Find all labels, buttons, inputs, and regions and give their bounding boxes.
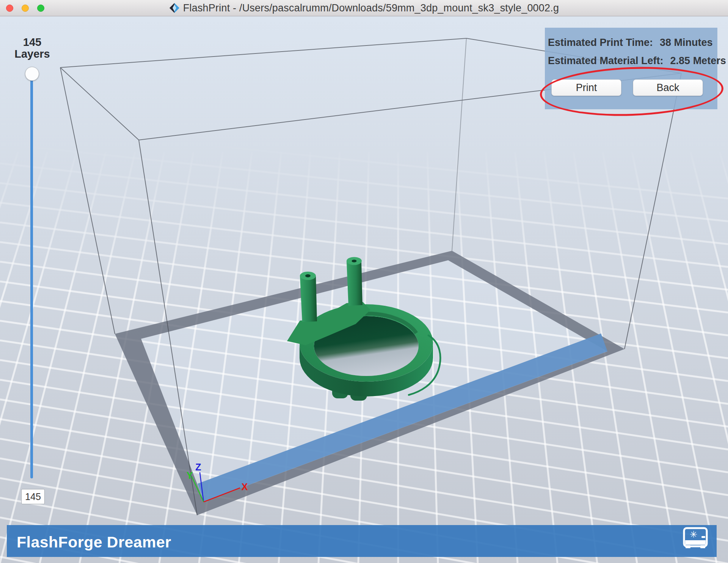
minimize-button[interactable] (22, 5, 29, 12)
model-post-right (347, 257, 362, 306)
window-controls (6, 5, 44, 12)
layer-count-label: 145 Layers (8, 36, 57, 60)
print-button[interactable]: Print (551, 79, 621, 96)
back-button[interactable]: Back (633, 79, 703, 96)
axis-x-label: X (242, 481, 248, 492)
axis-y-label: Y (187, 470, 193, 481)
model-post-left (300, 272, 317, 322)
flashprint-window: Z Y X ✳ FlashPrint - /Users/ (0, 0, 728, 563)
title-bar: FlashPrint - /Users/pascalrumm/Downloads… (0, 0, 728, 16)
layer-slider-handle[interactable] (25, 67, 39, 81)
zoom-button[interactable] (37, 5, 44, 12)
svg-text:✳: ✳ (690, 529, 697, 540)
layer-slider-track[interactable] (30, 73, 33, 478)
close-button[interactable] (6, 5, 13, 12)
print-time-value: 38 Minutes (660, 37, 713, 49)
print-time-label: Estimated Print Time: (548, 37, 653, 49)
axis-z-label: Z (195, 462, 201, 472)
flashprint-logo-icon (169, 3, 180, 13)
layer-value-box: 145 (21, 489, 45, 504)
layer-count-unit: Layers (8, 48, 57, 60)
material-left-label: Estimated Material Left: (548, 55, 664, 67)
printer-name-label: FlashForge Dreamer (17, 533, 171, 551)
window-title: FlashPrint - /Users/pascalrumm/Downloads… (183, 2, 559, 14)
material-left-value: 2.85 Meters (670, 55, 726, 67)
print-estimate-panel: Estimated Print Time: 38 Minutes Estimat… (545, 28, 717, 109)
layer-count-value: 145 (8, 36, 57, 48)
